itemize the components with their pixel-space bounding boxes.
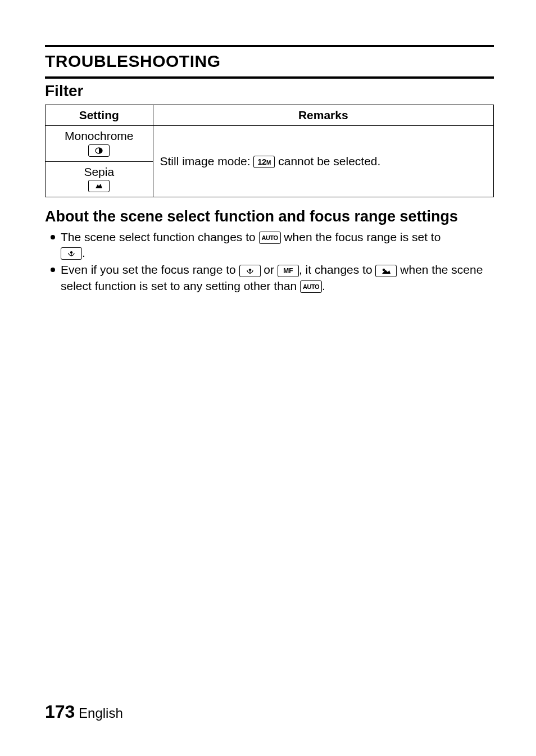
remarks-suffix: cannot be selected. (275, 155, 380, 168)
setting-sepia-label: Sepia (84, 165, 114, 178)
filter-table: Setting Remarks Monochrome Still image m… (45, 105, 494, 197)
setting-monochrome-label: Monochrome (65, 129, 134, 142)
page-footer: 173 English (45, 701, 123, 722)
macro-icon (239, 265, 261, 277)
twelve-mp-icon: 12M (253, 156, 275, 168)
remarks-prefix: Still image mode: (160, 155, 254, 168)
page-number: 173 (45, 701, 75, 722)
table-row: Monochrome Still image mode: 12M cannot … (46, 126, 494, 162)
scene-heading: About the scene select function and focu… (45, 207, 494, 225)
svg-point-3 (383, 269, 385, 271)
notes-list: The scene select function changes to AUT… (45, 229, 494, 294)
sepia-icon (88, 180, 110, 192)
scene-icon (375, 265, 397, 277)
auto-icon: AUTO (300, 280, 322, 293)
auto-icon: AUTO (259, 232, 281, 244)
col-setting: Setting (46, 105, 153, 126)
col-remarks: Remarks (153, 105, 493, 126)
page-title: TROUBLESHOOTING (45, 52, 494, 71)
filter-heading: Filter (45, 82, 494, 100)
page-language: English (79, 705, 123, 721)
list-item: Even if you set the focus range to or MF… (61, 262, 494, 294)
mf-icon: MF (278, 265, 299, 277)
monochrome-icon (88, 144, 110, 157)
list-item: The scene select function changes to AUT… (61, 229, 494, 261)
macro-icon (61, 247, 82, 260)
